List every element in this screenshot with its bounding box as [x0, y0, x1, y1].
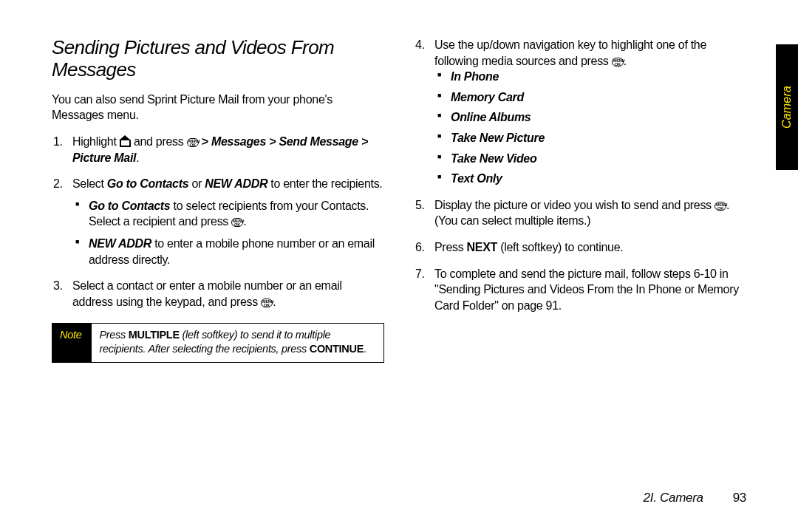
menu-ok-icon — [187, 138, 199, 147]
steps-right: Use the up/down navigation key to highli… — [414, 37, 746, 313]
step-2-sub-goto: Go to Contacts to select recipients from… — [86, 198, 384, 230]
step-4: Use the up/down navigation key to highli… — [430, 37, 746, 187]
section-tab: Camera — [776, 44, 798, 170]
menu-ok-icon — [715, 202, 726, 211]
page-columns: Sending Pictures and Videos From Message… — [52, 37, 746, 363]
note-box: Note Press MULTIPLE (left softkey) to se… — [52, 323, 384, 363]
media-list: In Phone Memory Card Online Albums Take … — [434, 69, 746, 187]
media-item: In Phone — [448, 69, 746, 85]
column-left: Sending Pictures and Videos From Message… — [52, 37, 384, 363]
media-item: Take New Picture — [448, 130, 746, 146]
note-body: Press MULTIPLE (left softkey) to send it… — [92, 324, 383, 362]
page-footer: 2I. Camera 93 — [644, 491, 746, 505]
intro-paragraph: You can also send Sprint Picture Mail fr… — [52, 92, 384, 123]
menu-ok-icon — [612, 58, 624, 66]
footer-section: 2I. Camera — [644, 491, 703, 505]
media-item: Take New Video — [448, 151, 746, 167]
steps-left: Highlight and press > Messages > Send Me… — [52, 134, 384, 310]
step-2: Select Go to Contacts or NEW ADDR to ent… — [68, 176, 384, 267]
menu-ok-icon — [231, 218, 243, 227]
menu-ok-icon — [261, 299, 273, 307]
step-1: Highlight and press > Messages > Send Me… — [68, 134, 384, 166]
column-right: Use the up/down navigation key to highli… — [414, 37, 746, 363]
step-3: Select a contact or enter a mobile numbe… — [68, 278, 384, 310]
page-title: Sending Pictures and Videos From Message… — [52, 37, 384, 81]
step-7: To complete and send the picture mail, f… — [430, 266, 746, 314]
step-2-sub: Go to Contacts to select recipients from… — [72, 198, 384, 267]
home-icon — [120, 137, 131, 147]
section-tab-label: Camera — [780, 86, 794, 129]
step-6: Press NEXT (left softkey) to continue. — [430, 239, 746, 256]
media-item: Memory Card — [448, 89, 746, 106]
media-item: Text Only — [448, 171, 746, 187]
footer-page-number: 93 — [733, 491, 746, 505]
step-5: Display the picture or video you wish to… — [430, 197, 746, 229]
media-item: Online Albums — [448, 109, 746, 126]
note-label: Note — [52, 324, 92, 362]
step-2-sub-newaddr: NEW ADDR to enter a mobile phone number … — [86, 236, 384, 267]
